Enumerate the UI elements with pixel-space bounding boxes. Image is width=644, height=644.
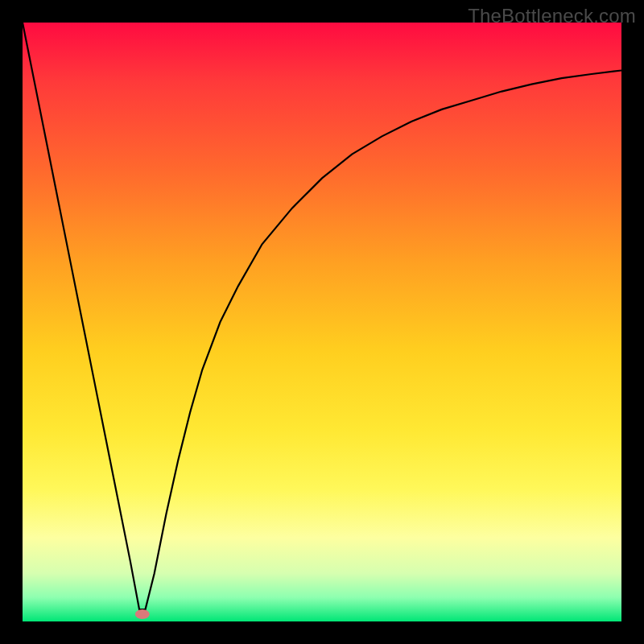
bottleneck-curve xyxy=(23,23,621,621)
curve-path xyxy=(23,23,621,609)
optimal-point-marker xyxy=(135,609,150,619)
plot-area xyxy=(23,23,621,621)
chart-frame: TheBottleneck.com xyxy=(0,0,644,644)
